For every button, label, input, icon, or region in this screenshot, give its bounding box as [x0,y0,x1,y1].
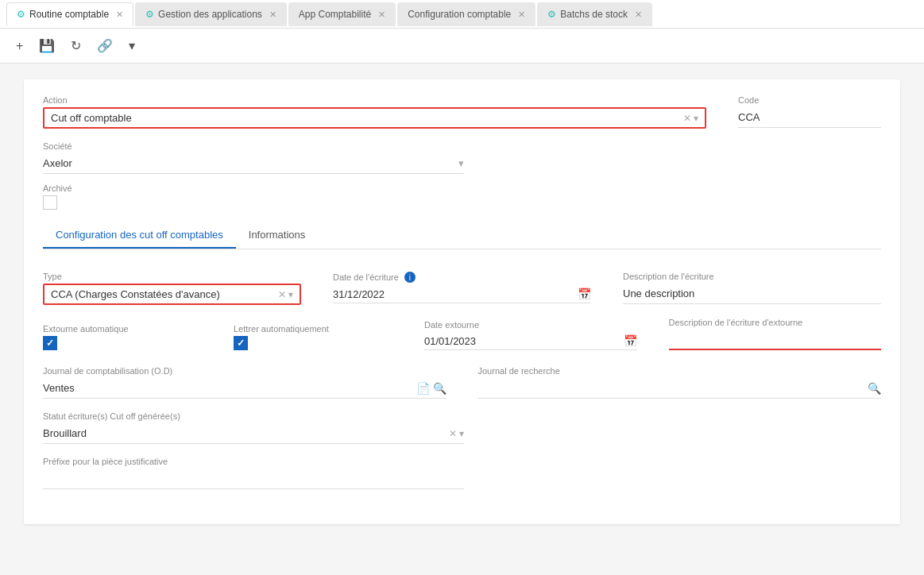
tab-label-config: Configuration comptable [408,9,511,20]
journal-recherche-input[interactable]: 🔍 [478,378,882,399]
date-ecriture-text-input[interactable] [333,288,578,300]
journal-compta-doc-icon[interactable]: 📄 [416,382,430,395]
tab-label-gestion: Gestion des applications [158,9,262,20]
description-ecriture-input[interactable] [623,284,881,304]
close-tab-batchs[interactable]: ✕ [635,10,642,20]
tab-label-app: App Comptabilité [299,9,371,20]
action-input[interactable]: ✕ ▾ [43,107,706,129]
date-ecriture-input[interactable]: 📅 [333,285,591,303]
description-ecriture-text-input[interactable] [623,288,881,299]
form-tab-bar: Configuration des cut off comptables Inf… [43,222,881,249]
date-ecriture-field-group: Date de l'écriture i 📅 [333,272,591,303]
statut-dropdown-icon[interactable]: ▾ [459,428,464,439]
save-button[interactable]: 💾 [36,35,58,56]
date-ecriture-label: Date de l'écriture i [333,272,591,283]
date-extourne-text-input[interactable] [424,335,624,347]
code-label: Code [738,95,881,105]
description-extourne-field-group: Description de l'écriture d'extourne [669,318,882,350]
tab-config-comptable[interactable]: Configuration comptable ✕ [397,2,535,26]
action-clear-icon[interactable]: ✕ [683,113,691,124]
type-controls: ✕ ▾ [278,289,293,300]
form-tab-config[interactable]: Configuration des cut off comptables [43,222,236,249]
statut-field-group: Statut écriture(s) Cut off générée(s) ✕ … [43,411,464,444]
main-content: Action ✕ ▾ Code Société [0,64,924,575]
description-extourne-label: Description de l'écriture d'extourne [669,318,882,327]
date-ecriture-info-icon[interactable]: i [404,272,416,283]
action-dropdown-icon[interactable]: ▾ [694,113,698,124]
code-text-input[interactable] [738,111,881,123]
societe-row: Société ▾ [43,141,881,174]
form-card: Action ✕ ▾ Code Société [24,79,900,524]
journal-compta-text-input[interactable] [43,382,416,394]
action-code-row: Action ✕ ▾ Code [43,95,881,129]
statut-label: Statut écriture(s) Cut off générée(s) [43,411,464,421]
societe-input[interactable]: ▾ [43,153,464,174]
type-date-desc-row: Type ✕ ▾ Date de l'écriture i [43,272,881,305]
statut-controls: ✕ ▾ [449,428,464,439]
prefixe-input[interactable] [43,469,464,489]
close-tab-config[interactable]: ✕ [518,10,525,20]
societe-field-group: Société ▾ [43,141,464,174]
archive-field-group: Archivé [43,183,72,210]
prefixe-text-input[interactable] [43,473,464,484]
date-extourne-input[interactable]: 📅 [424,332,637,350]
statut-clear-icon[interactable]: ✕ [449,428,457,439]
gear-icon-batchs: ⚙ [547,9,556,20]
action-label: Action [43,95,706,105]
type-label: Type [43,272,301,281]
archive-checkbox[interactable] [43,195,57,210]
journal-recherche-search-icon[interactable]: 🔍 [868,382,881,395]
tab-routine-comptable[interactable]: ⚙ Routine comptable ✕ [6,2,133,26]
extourne-auto-group: Extourne automatique [43,324,202,350]
tab-config-content: Type ✕ ▾ Date de l'écriture i [43,265,881,508]
prefixe-field-group: Préfixe pour la pièce justificative [43,457,464,489]
journal-recherche-text-input[interactable] [478,382,868,394]
extourne-auto-checkbox[interactable] [43,336,57,350]
tab-label-batchs: Batchs de stock [560,9,628,20]
close-tab-gestion[interactable]: ✕ [269,10,276,20]
type-text-input[interactable] [51,288,278,300]
journal-recherche-field-group: Journal de recherche 🔍 [478,366,882,399]
date-extourne-label: Date extourne [424,320,637,330]
type-clear-icon[interactable]: ✕ [278,289,286,300]
type-input[interactable]: ✕ ▾ [43,284,301,305]
form-tab-informations[interactable]: Informations [236,222,319,249]
lettrer-auto-checkbox[interactable] [234,336,248,350]
refresh-button[interactable]: ↻ [68,35,84,56]
link-button[interactable]: 🔗 [94,35,116,56]
prefixe-row: Préfixe pour la pièce justificative [43,457,881,489]
extourne-auto-label: Extourne automatique [43,324,202,334]
journal-compta-label: Journal de comptabilisation (O.D) [43,366,447,376]
journal-compta-search-icon[interactable]: 🔍 [433,382,447,395]
action-text-input[interactable] [51,112,683,124]
date-extourne-calendar-icon[interactable]: 📅 [624,334,637,347]
close-tab-app[interactable]: ✕ [378,10,385,20]
journal-recherche-label: Journal de recherche [478,366,882,376]
statut-text-input[interactable] [43,427,449,439]
lettrer-auto-group: Lettrer automatiquement [234,324,392,350]
societe-dropdown-icon[interactable]: ▾ [458,157,464,169]
code-input[interactable] [738,107,881,128]
archive-label: Archivé [43,183,72,193]
prefixe-label: Préfixe pour la pièce justificative [43,457,464,466]
tab-batchs-stock[interactable]: ⚙ Batchs de stock ✕ [537,2,652,26]
type-dropdown-icon[interactable]: ▾ [288,289,293,300]
societe-text-input[interactable] [43,157,458,169]
date-ecriture-calendar-icon[interactable]: 📅 [578,288,591,300]
tab-gestion-applications[interactable]: ⚙ Gestion des applications ✕ [135,2,287,26]
description-ecriture-label: Description de l'écriture [623,272,881,281]
description-extourne-text-input[interactable] [669,334,882,345]
date-extourne-field-group: Date extourne 📅 [424,320,637,350]
toolbar: + 💾 ↻ 🔗 ▾ [0,29,924,64]
code-field-group: Code [738,95,881,128]
tab-label-routine: Routine comptable [29,9,109,20]
journal-compta-input[interactable]: 📄 🔍 [43,378,447,399]
tab-app-comptabilite[interactable]: App Comptabilité ✕ [288,2,396,26]
description-extourne-input[interactable] [669,330,882,350]
statut-input[interactable]: ✕ ▾ [43,423,464,444]
close-tab-routine[interactable]: ✕ [116,10,123,20]
gear-icon-gestion: ⚙ [145,9,154,20]
more-button[interactable]: ▾ [126,35,138,56]
add-button[interactable]: + [13,36,26,56]
lettrer-auto-label: Lettrer automatiquement [234,324,392,334]
